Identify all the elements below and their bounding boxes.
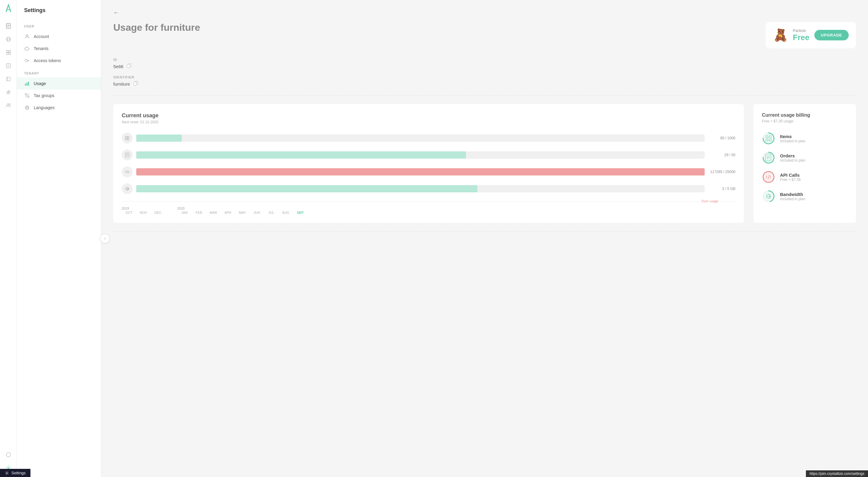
month-aug: AUG xyxy=(278,211,293,214)
month-dec: DEC xyxy=(151,211,165,214)
usage-row-bandwidth: 3 / 5 GB xyxy=(122,183,735,194)
svg-point-23 xyxy=(25,94,27,95)
rail-icon-globe[interactable] xyxy=(3,449,14,460)
plan-type: Free xyxy=(793,33,809,42)
sidebar-item-tax-groups[interactable]: Tax groups xyxy=(17,90,101,101)
billing-row-orders: Orders Included in plan xyxy=(762,151,847,164)
bandwidth-usage-label: 3 / 5 GB xyxy=(708,187,735,191)
month-jan: JAN xyxy=(177,211,192,214)
chart-year-2020: 2020 JAN FEB MAR APR MAY JUN JUL AUG SEP xyxy=(177,207,307,214)
svg-rect-11 xyxy=(6,64,10,68)
billing-orders-text: Orders Included in plan xyxy=(780,153,805,162)
sidebar-item-access-tokens[interactable]: Access tokens xyxy=(17,55,101,67)
sidebar: Settings USER Account Tenants Access tok… xyxy=(17,0,101,477)
person-icon xyxy=(24,33,30,39)
sidebar-usage-label: Usage xyxy=(34,81,46,86)
bandwidth-bar-container xyxy=(136,185,705,192)
api-bar-container xyxy=(136,168,705,176)
sidebar-item-languages[interactable]: Languages xyxy=(17,101,101,114)
items-bar-container xyxy=(136,135,705,142)
billing-api-icon xyxy=(762,170,775,184)
billing-api-sublabel: Free + $7.38 xyxy=(780,178,801,182)
svg-rect-32 xyxy=(134,82,136,85)
svg-rect-35 xyxy=(125,139,127,140)
bandwidth-usage-icon xyxy=(122,183,133,194)
sidebar-languages-label: Languages xyxy=(34,105,55,110)
api-usage-icon xyxy=(122,167,133,177)
upgrade-banner: 🧸 Particle Free UPGRADE xyxy=(766,22,856,48)
month-feb: FEB xyxy=(192,211,206,214)
id-field-group: ID 5e66 xyxy=(113,58,856,69)
month-jul: JUL xyxy=(264,211,278,214)
months-2020: JAN FEB MAR APR MAY JUN JUL AUG SEP xyxy=(177,211,307,214)
billing-bandwidth-icon xyxy=(762,190,775,203)
svg-rect-33 xyxy=(125,136,127,138)
rail-icon-link[interactable] xyxy=(3,87,14,98)
upgrade-button[interactable]: UPGRADE xyxy=(814,30,849,40)
svg-rect-7 xyxy=(6,50,8,52)
rail-icon-users[interactable] xyxy=(3,100,14,111)
plan-label: Particle xyxy=(793,28,809,33)
back-button[interactable]: ← xyxy=(113,10,119,16)
month-jun: JUN xyxy=(250,211,264,214)
tenant-section-label: TENANT xyxy=(17,67,101,78)
rail-icon-list[interactable] xyxy=(3,60,14,71)
billing-row-bandwidth: Bandwidth Included in plan xyxy=(762,190,847,203)
billing-row-api: API Calls Free + $7.38 xyxy=(762,170,847,184)
percent-icon xyxy=(24,93,30,98)
usage-card: Current usage Next reset: 01.10.2020 80 … xyxy=(113,104,744,223)
sidebar-access-tokens-label: Access tokens xyxy=(34,58,61,63)
user-section-label: USER xyxy=(17,20,101,30)
chart-month-labels-row: 2019 OCT NOV DEC 2020 JAN FEB xyxy=(122,207,735,214)
rail-icon-network[interactable] xyxy=(3,34,14,44)
status-bar: https://pim.crystallize.com/settings xyxy=(806,470,868,477)
copy-identifier-icon[interactable] xyxy=(133,81,138,87)
api-usage-label: 117285 / 25000 xyxy=(708,170,735,174)
svg-rect-36 xyxy=(127,139,129,140)
over-usage-label: Over usage xyxy=(700,199,720,204)
rail-icon-document[interactable] xyxy=(3,21,14,31)
copy-id-icon[interactable] xyxy=(127,63,132,69)
usage-row-api: 117285 / 25000 xyxy=(122,167,735,177)
identifier-field-group: IDENTIFIER furniture xyxy=(113,76,856,87)
billing-subtitle: Free + $7.38 usage xyxy=(762,119,847,123)
status-url: https://pim.crystallize.com/settings xyxy=(809,472,864,476)
svg-point-14 xyxy=(7,104,9,106)
svg-rect-10 xyxy=(9,53,10,55)
rail-icon-grid[interactable] xyxy=(3,47,14,58)
identifier-value-row: furniture xyxy=(113,81,856,87)
billing-title: Current usage billing xyxy=(762,113,847,118)
svg-line-25 xyxy=(25,94,29,97)
rail-icon-book[interactable] xyxy=(3,73,14,84)
sidebar-item-tenants[interactable]: Tenants xyxy=(17,42,101,55)
icon-rail xyxy=(0,0,17,477)
billing-orders-icon xyxy=(762,151,775,164)
svg-rect-34 xyxy=(127,136,129,138)
id-label: ID xyxy=(113,58,856,61)
id-value-row: 5e66 xyxy=(113,63,856,69)
sidebar-tax-groups-label: Tax groups xyxy=(34,93,54,98)
svg-point-17 xyxy=(7,467,9,469)
sidebar-tenants-label: Tenants xyxy=(34,46,49,51)
app-logo[interactable] xyxy=(4,4,13,13)
svg-rect-9 xyxy=(6,53,8,55)
svg-line-41 xyxy=(127,170,127,173)
billing-row-items: Items Included in plan xyxy=(762,132,847,145)
month-oct: OCT xyxy=(122,211,136,214)
billing-api-text: API Calls Free + $7.38 xyxy=(780,173,801,182)
chart-icon xyxy=(24,81,30,87)
usage-rows: 80 / 1000 29 / 50 xyxy=(122,133,735,194)
months-2019: OCT NOV DEC xyxy=(122,211,165,214)
billing-card: Current usage billing Free + $7.38 usage xyxy=(753,104,856,223)
usage-row-items: 80 / 1000 xyxy=(122,133,735,144)
divider-2 xyxy=(113,231,856,232)
sidebar-item-account[interactable]: Account xyxy=(17,30,101,42)
svg-point-18 xyxy=(26,35,28,36)
month-nov: NOV xyxy=(136,211,151,214)
orders-bar-container xyxy=(136,151,705,158)
billing-items-sublabel: Included in plan xyxy=(780,139,805,143)
sidebar-item-usage[interactable]: Usage xyxy=(17,78,101,90)
sidebar-account-label: Account xyxy=(34,34,49,39)
svg-rect-30 xyxy=(127,64,130,68)
identifier-label: IDENTIFIER xyxy=(113,76,856,79)
